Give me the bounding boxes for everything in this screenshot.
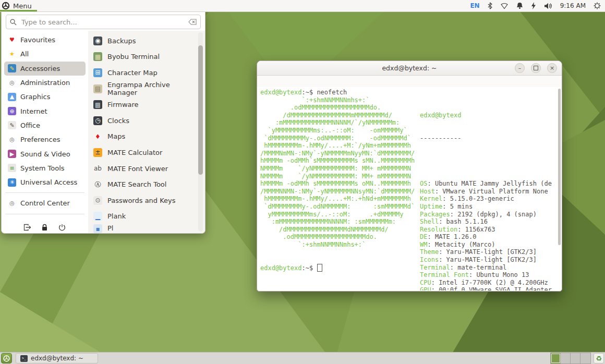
info-line: Packages: 2192 (dpkg), 4 (snap) bbox=[420, 211, 552, 219]
category-item[interactable]: ♥ Favourites bbox=[4, 33, 86, 47]
category-label: Sound & Video bbox=[20, 150, 70, 158]
category-item[interactable]: ★ All bbox=[4, 47, 86, 61]
category-label: Preferences bbox=[20, 136, 60, 143]
application-label: Passwords and Keys bbox=[107, 197, 176, 204]
application-label: Byobu Terminal bbox=[107, 53, 160, 60]
category-label: Office bbox=[20, 122, 40, 129]
neofetch-underline: ----------- bbox=[420, 135, 552, 142]
application-item[interactable]: ab MATE Font Viewer bbox=[93, 161, 193, 177]
application-item[interactable]: ▩ Firmware bbox=[93, 96, 193, 113]
category-item[interactable]: ▶ Sound & Video bbox=[4, 147, 86, 161]
application-item[interactable]: ⊞ Character Map bbox=[93, 65, 193, 81]
separator bbox=[5, 192, 84, 193]
category-item[interactable]: ≡ System Tools bbox=[4, 161, 86, 175]
application-icon: ◉ bbox=[93, 37, 102, 45]
bluetooth-icon[interactable] bbox=[488, 2, 492, 9]
category-icon: ◎ bbox=[8, 79, 16, 87]
application-label: MATE Search Tool bbox=[107, 180, 166, 188]
application-item[interactable]: ▁ Plank bbox=[93, 209, 193, 225]
application-icon: ⊙ bbox=[93, 196, 102, 205]
category-item[interactable]: ◎ Administration bbox=[4, 76, 86, 90]
application-label: MATE Font Viewer bbox=[107, 165, 168, 173]
session-menu-icon[interactable] bbox=[594, 2, 601, 9]
category-label: All bbox=[20, 50, 29, 58]
application-item[interactable]: ▪ Pl bbox=[93, 224, 193, 233]
application-item[interactable]: ⊙ Passwords and Keys bbox=[93, 192, 193, 209]
category-column: ♥ Favourites ★ All ✎ Accessories ◎ Admin… bbox=[2, 31, 88, 233]
application-icon: Ⓐ bbox=[93, 180, 102, 189]
application-icon: ⊞ bbox=[93, 68, 102, 77]
application-item[interactable]: ± MATE Calculator bbox=[93, 144, 193, 161]
application-icon: ▤ bbox=[93, 84, 102, 93]
show-desktop-button[interactable] bbox=[1, 353, 12, 363]
neofetch-info: edxd@bytexd ----------- OS: Ubuntu MATE … bbox=[420, 96, 552, 290]
category-label: Favourites bbox=[20, 36, 55, 44]
application-list: ◉ Backups ▦ Byobu Terminal ⊞ Character M… bbox=[93, 33, 193, 233]
category-icon: ♥ bbox=[8, 36, 16, 44]
lock-screen-icon[interactable] bbox=[38, 222, 52, 233]
mate-logo-icon bbox=[2, 2, 10, 10]
search-input[interactable] bbox=[20, 18, 185, 27]
category-item[interactable]: ✳ Universal Access bbox=[4, 175, 86, 189]
category-label: Universal Access bbox=[20, 178, 77, 186]
application-label: Pl bbox=[107, 224, 113, 232]
notification-bell-icon[interactable] bbox=[516, 2, 523, 9]
prompt-suffix: :~$ bbox=[301, 89, 313, 96]
workspace-cell[interactable] bbox=[551, 353, 561, 363]
clock[interactable]: 9:16 AM bbox=[560, 2, 586, 9]
info-line: GPU: 00:0f.0 VMware SVGA II Adapter bbox=[420, 286, 552, 290]
application-item[interactable]: ▤ Engrampa Archive Manager bbox=[93, 81, 193, 97]
taskbar-window-button[interactable]: >_ edxd@bytexd: ~ bbox=[16, 353, 98, 363]
application-item[interactable]: ♦ Maps bbox=[93, 129, 193, 145]
info-line: Resolution: 1156x763 bbox=[420, 226, 552, 234]
logout-icon[interactable] bbox=[21, 222, 34, 233]
control-center-label: Control Center bbox=[20, 199, 70, 207]
power-status-icon[interactable] bbox=[531, 2, 536, 9]
clear-search-icon[interactable] bbox=[188, 19, 197, 25]
volume-icon[interactable] bbox=[544, 3, 552, 9]
application-item[interactable]: ◉ Backups bbox=[93, 33, 193, 49]
command-text: neofetch bbox=[313, 89, 347, 96]
menu-search-bar[interactable] bbox=[6, 15, 201, 29]
application-item[interactable]: ▦ Byobu Terminal bbox=[93, 49, 193, 65]
workspace-cell[interactable] bbox=[571, 353, 580, 363]
network-icon[interactable] bbox=[500, 3, 509, 9]
category-item[interactable]: ▲ Graphics bbox=[4, 90, 86, 104]
application-menu-popup: ♥ Favourites ★ All ✎ Accessories ◎ Admin… bbox=[1, 12, 205, 234]
keyboard-layout-indicator[interactable]: EN bbox=[470, 2, 479, 9]
application-item[interactable]: ◷ Clocks bbox=[93, 113, 193, 129]
application-icon: ▁ bbox=[93, 212, 102, 221]
neofetch-info-lines: OS: Ubuntu MATE Jammy Jellyfish (deHost:… bbox=[420, 157, 552, 290]
category-item[interactable]: ✎ Office bbox=[4, 118, 86, 132]
search-icon bbox=[10, 19, 17, 26]
menu-button-label: Menu bbox=[13, 2, 32, 10]
terminal-menubar bbox=[257, 76, 562, 87]
terminal-titlebar[interactable]: edxd@bytexd: ~ – × bbox=[257, 61, 562, 76]
scrollbar-thumb[interactable] bbox=[198, 45, 203, 175]
category-icon: ✳ bbox=[8, 178, 16, 187]
category-item[interactable]: ◎ Preferences bbox=[4, 132, 86, 147]
workspace-cell[interactable] bbox=[580, 353, 590, 363]
maximize-button[interactable] bbox=[531, 63, 541, 73]
application-icon: ▪ bbox=[93, 224, 102, 233]
category-item[interactable]: ✎ Accessories bbox=[4, 62, 86, 76]
session-actions bbox=[4, 217, 86, 233]
terminal-content[interactable]: edxd@bytexd:~$ neofetch `:+shmNNMMNNmhs+… bbox=[258, 87, 561, 290]
category-item-control-center[interactable]: ◎ Control Center bbox=[4, 196, 86, 210]
category-item[interactable]: ⊕ Internet bbox=[4, 104, 86, 118]
power-off-icon[interactable] bbox=[55, 222, 69, 233]
menu-button[interactable]: Menu bbox=[0, 0, 37, 11]
taskbar-window-label: edxd@bytexd: ~ bbox=[31, 355, 83, 362]
minimize-button[interactable]: – bbox=[515, 63, 525, 73]
application-label: Plank bbox=[107, 212, 126, 220]
application-column: ◉ Backups ▦ Byobu Terminal ⊞ Character M… bbox=[88, 31, 205, 233]
info-line: CPU: Intel i7-7700K (2) @ 4.200GHz bbox=[420, 279, 552, 287]
terminal-scrollbar[interactable] bbox=[558, 89, 561, 245]
trash-applet[interactable]: ♻ bbox=[594, 353, 604, 363]
prompt-suffix: :~$ bbox=[301, 264, 313, 272]
top-panel: Menu EN bbox=[0, 0, 605, 12]
info-line: Theme: Yaru-MATE-light [GTK2/3] bbox=[420, 248, 552, 256]
workspace-cell[interactable] bbox=[561, 353, 571, 363]
close-button[interactable]: × bbox=[547, 63, 557, 73]
application-item[interactable]: Ⓐ MATE Search Tool bbox=[93, 176, 193, 192]
